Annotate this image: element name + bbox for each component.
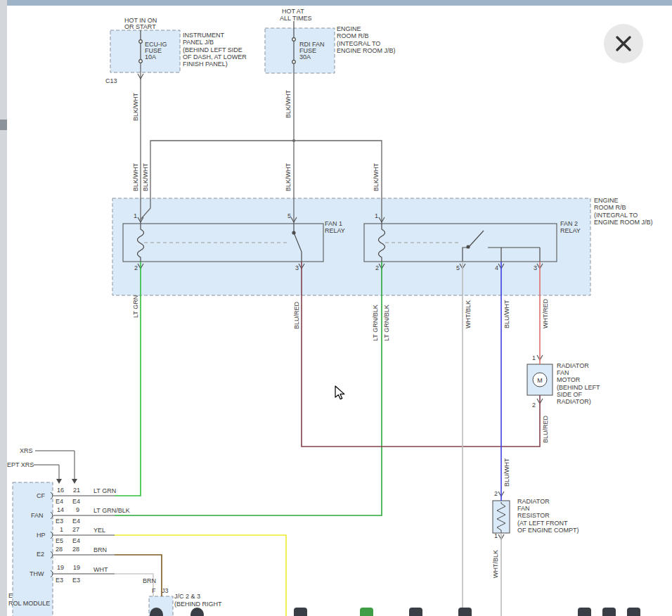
- diagram-label: E: [8, 592, 13, 599]
- fuse1-terminal-bottom: [139, 60, 143, 63]
- fan1-pin5: 5: [287, 212, 291, 219]
- fan2-pin3: 3: [534, 264, 537, 271]
- diagram-label: BLK/WHT: [373, 163, 380, 191]
- diagram-label: FAN 2: [560, 220, 578, 227]
- toolbar-icon[interactable]: [627, 608, 640, 616]
- toolbar-icon[interactable]: [360, 608, 373, 616]
- diagram-label: E3: [56, 577, 63, 584]
- diagram-label: 27: [72, 526, 79, 533]
- diagram-label: BLK/WHT: [142, 163, 149, 191]
- diagram-label: PANEL J/B: [183, 39, 214, 46]
- diagram-label: 19: [73, 564, 80, 571]
- fan1-pin2: 2: [134, 264, 138, 271]
- diagram-label: ENGINE: [337, 25, 361, 32]
- fan2-pin5: 5: [456, 264, 460, 271]
- diagram-label: SIDE OF: [557, 391, 582, 398]
- fan1-pin1: 1: [134, 212, 137, 219]
- diagram-label: OR START: [124, 23, 156, 30]
- diagram-label: 1: [60, 526, 63, 533]
- toolbar-icon[interactable]: [578, 608, 591, 616]
- diagram-label: FAN: [31, 512, 44, 519]
- diagram-label: YEL: [93, 527, 105, 534]
- diagram-label: 28: [72, 546, 79, 553]
- diagram-label: (BEHIND LEFT SIDE: [183, 46, 243, 53]
- diagram-label: J/C 2 & 3: [174, 593, 200, 600]
- pin-arrows: [138, 74, 543, 539]
- diagram-label: MOTOR: [557, 376, 580, 383]
- diagram-label: HP: [37, 532, 46, 539]
- diagram-label: F: [152, 587, 156, 594]
- diagram-label: E3: [72, 577, 80, 584]
- diagram-label: BLK/WHT: [285, 163, 292, 191]
- diagram-label: HOT AT: [282, 8, 304, 15]
- diagram-label: 30A: [299, 53, 311, 60]
- diagram-label: E4: [56, 498, 63, 505]
- screen: M: [0, 0, 672, 616]
- diagram-label: BRN: [143, 577, 156, 584]
- fan2-pin2: 2: [375, 264, 379, 271]
- diagram-label: E2: [37, 551, 44, 558]
- diagram-label: ENGINE ROOM J/B): [337, 47, 396, 54]
- toolbar-icon[interactable]: [294, 608, 307, 616]
- diagram-label: ENGINE: [594, 197, 619, 204]
- diagram-label: RADIATOR: [517, 498, 550, 505]
- diagram-label: LT GRN/BLK: [383, 304, 390, 341]
- diagram-label: C13: [105, 77, 117, 84]
- diagram-label: E3: [56, 518, 63, 525]
- diagram-label: 21: [73, 487, 80, 494]
- diagram-label: (BEHIND LEFT: [557, 384, 600, 391]
- diagram-label: WHT/RED: [542, 299, 549, 328]
- diagram-label: 10A: [145, 53, 156, 60]
- except-xrs-arrowhead: [56, 479, 62, 484]
- diagram-label: 19: [57, 564, 64, 571]
- diagram-label: FAN: [557, 369, 569, 376]
- diagram-label: FAN: [517, 505, 530, 512]
- diagram-label: FINISH PANEL): [183, 60, 228, 68]
- fan2-pin1: 1: [375, 212, 378, 219]
- fan2-pin4: 4: [495, 264, 498, 271]
- fan1-pin3: 3: [295, 264, 299, 271]
- motor-pin1: 1: [532, 354, 536, 361]
- except-xrs-pointer-line: [34, 465, 59, 479]
- diagram-label: ROOM R/B: [337, 32, 369, 39]
- diagram-label: WHT/BLK: [492, 550, 499, 578]
- resistor-pin1: 1: [494, 532, 498, 539]
- diagram-label: BRN: [93, 546, 107, 553]
- diagram-label: E5: [56, 537, 63, 544]
- diagram-label: ROOM R/B: [594, 204, 626, 211]
- variant-pointers: [34, 451, 77, 484]
- diagram-label: EPT XRS: [7, 461, 34, 468]
- diagram-label: RESISTOR: [517, 512, 550, 519]
- diagram-label: BLU/WHT: [503, 300, 510, 329]
- diagram-label: ENGINE ROOM J/B): [594, 219, 653, 226]
- diagram-label: BLU/WHT: [503, 458, 510, 487]
- diagram-label: 14: [57, 506, 64, 513]
- diagram-label: BLU/RED: [293, 302, 300, 329]
- diagram-label: XRS: [20, 447, 33, 454]
- close-icon: [614, 34, 633, 53]
- diagram-label: THW: [30, 570, 44, 577]
- diagram-label: ALL TIMES: [280, 15, 312, 22]
- toolbar-icon[interactable]: [602, 608, 616, 616]
- diagram-label: BLK/WHT: [132, 93, 139, 121]
- diagram-label: BLU/RED: [542, 416, 549, 443]
- diagram-label: LT GRN: [132, 295, 139, 318]
- close-button[interactable]: [604, 24, 643, 63]
- xrs-arrowhead: [72, 479, 77, 484]
- diagram-label: RADIATOR): [557, 398, 591, 405]
- diagram-label: FAN 1: [325, 220, 342, 227]
- diagram-label: 9: [76, 506, 79, 513]
- diagram-label: E4: [72, 537, 80, 544]
- toolbar-icon[interactable]: [458, 608, 472, 616]
- diagram-label: OF DASH, AT LOWER: [183, 53, 247, 60]
- diagram-label: OF ENGINE COMPT): [517, 527, 579, 534]
- diagram-label: BLK/WHT: [132, 163, 139, 191]
- diagram-label: E4: [72, 518, 80, 525]
- diagram-label: E4: [72, 498, 80, 505]
- fan2-contact-dot: [467, 245, 470, 248]
- diagram-label: (INTEGRAL TO: [337, 40, 380, 47]
- diagram-label: LT GRN/BLK: [372, 304, 379, 341]
- toolbar-icon[interactable]: [409, 608, 422, 616]
- diagram-label: CF: [37, 492, 45, 499]
- junction-dot: [292, 139, 295, 142]
